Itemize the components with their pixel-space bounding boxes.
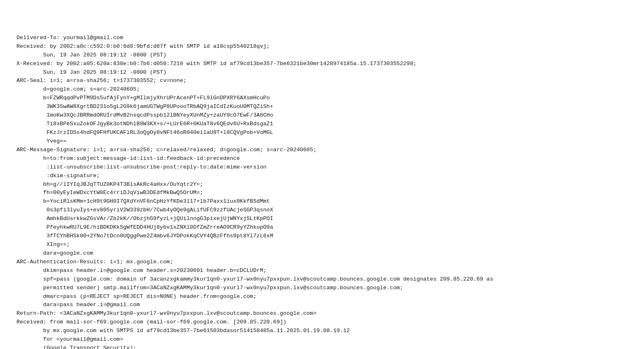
header-line: Sun, 19 Jan 2025 08:19:12 -0800 (PST): [16, 68, 628, 77]
header-line: spf=pass (google.com: domain of 3acanzxg…: [16, 275, 628, 284]
header-line: Ti8xBPeSxuZokOFJgyBk3otNDhlB9W3KX+s/+LUr…: [16, 120, 628, 129]
header-line: dara=pass header.i=@gmail.com: [16, 301, 628, 309]
header-line: FKzJrzIDSs4hdFQ9FHfUKCAFlRL3oQgOy8vNFt46…: [16, 129, 628, 137]
header-line: dkim=pass header.i=@google.com header.s=…: [16, 267, 628, 275]
header-line: X-Received: by 2002:a05:620a:838e:b0:7b6…: [16, 60, 628, 68]
header-line: d=google.com; s=arc-20240605;: [16, 85, 628, 94]
header-line: by mx.google.com with SMTPS id af79cd13b…: [16, 327, 628, 335]
header-line: ARC-Authentication-Results: i=1; mx.goog…: [16, 258, 628, 267]
header-lines: Delivered-To: yourmail@gmail.comReceived…: [16, 34, 628, 349]
header-line: :list-unsubscribe:list-unsubscribe-post:…: [16, 163, 628, 172]
header-line: b=FZWRqqdPvPTM9Ds5ufAjFynY+gMIlmjyXhrUPr…: [16, 94, 628, 103]
header-line: Yveg==: [16, 137, 628, 146]
header-line: 0s3pfi3lyuIys+ev805yriV2W339zbH/7Cwb4yOQ…: [16, 206, 628, 215]
header-line: permitted sender) smtp.mailfrom=3ACaNZxg…: [16, 284, 628, 293]
header-line: ARC-Seal: i=1; a=rsa-sha256; t=173730355…: [16, 77, 628, 85]
header-line: fh=00yEyIeWDxcYtW8Ec4rriDJqViwB3DEdfMkBw…: [16, 189, 628, 197]
header-line: 3fTCYhBHSk00+2YNo7tDcn0UQggPwe2Z4mbv6JYD…: [16, 232, 628, 241]
header-line: XIng==;: [16, 241, 628, 249]
header-line: Delivered-To: yourmail@gmail.com: [16, 34, 628, 42]
header-line: ARC-Message-Signature: i=1; a=rsa-sha256…: [16, 146, 628, 155]
email-raw-header-view: Delivered-To: yourmail@gmail.comReceived…: [0, 0, 644, 349]
header-line: Sun, 19 Jan 2025 08:19:12 -0800 (PST): [16, 51, 628, 60]
header-line: dmarc=pass (p=REJECT sp=REJECT dis=NONE)…: [16, 293, 628, 301]
header-line: bh=g//lIYIqJBJqTTUZ0KP4T3BlsAkRc4aHxx/Ou…: [16, 180, 628, 189]
header-line: Return-Path: <3ACaNZxgKAMMy3kur1qn0-yxur…: [16, 309, 628, 318]
header-line: :dkim-signature;: [16, 172, 628, 180]
header-line: PfeyhkwRU7L9E/hiBDKDKkSgWfEDD4HUj8ybv1xZ…: [16, 223, 628, 232]
header-line: h=to:from:subject:message-id:list-id:fee…: [16, 155, 628, 163]
header-line: Received: by 2002:a0c:c592:0:b0:6d8:9bfd…: [16, 42, 628, 51]
header-line: AmhkBdUsrkkwZGsVAr/Zb2kK//ObzjhG9fyzL+jQ…: [16, 215, 628, 223]
header-line: b=YociRlsKMm+1cH9t9GH0I7QXdYnVF6nCpHzYfK…: [16, 197, 628, 206]
header-line: (Google Transport Security);: [16, 344, 628, 349]
header-line: 1moKw3XQcJBRRmdORUIrdMvB2nsqcdPsspb12lBN…: [16, 111, 628, 120]
header-line: for <yourmail@gmail.com>: [16, 335, 628, 344]
header-line: 3WK3SwAW8XgrtBD231o5gL2G9k6jamUGTWgP8UPo…: [16, 103, 628, 111]
header-line: dara=google.com: [16, 249, 628, 258]
header-line: Received: from mail-sor-f69.google.com (…: [16, 318, 628, 327]
